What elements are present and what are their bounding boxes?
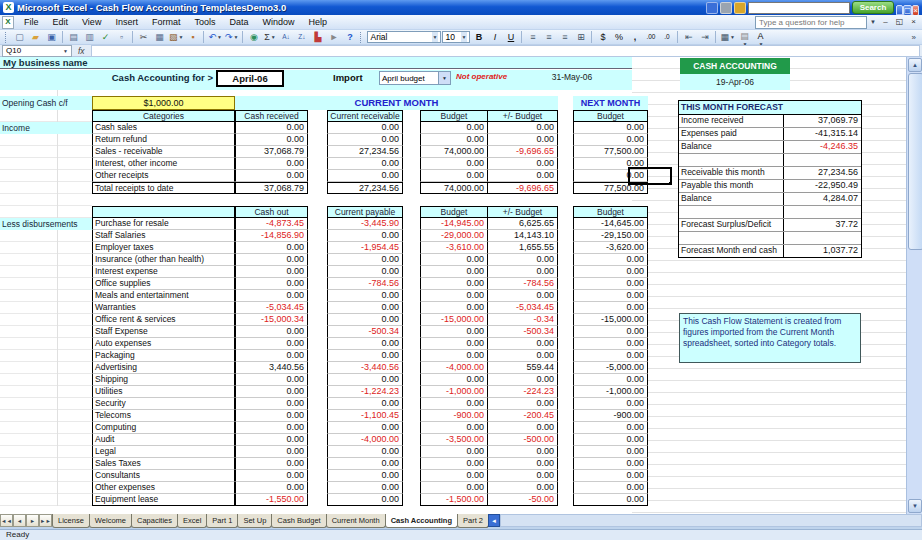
value-cell[interactable]: 0.00 bbox=[488, 158, 558, 170]
forecast-value-cell[interactable]: 27,234.56 bbox=[783, 167, 861, 179]
next-month-value-cell[interactable]: -3,620.00 bbox=[573, 242, 648, 254]
value-cell[interactable]: 0.00 bbox=[420, 170, 488, 182]
paste-icon-caret[interactable]: ▼ bbox=[179, 34, 184, 40]
value-cell[interactable]: -1,224.23 bbox=[327, 386, 403, 398]
value-cell[interactable]: -15,000.00 bbox=[420, 314, 488, 326]
value-cell[interactable]: 0.00 bbox=[235, 242, 308, 254]
value-cell[interactable]: 0.00 bbox=[488, 470, 558, 482]
redo-icon-caret[interactable]: ▼ bbox=[234, 34, 239, 40]
paste-icon[interactable]: ▧▼ bbox=[168, 30, 184, 45]
font-name-combo[interactable]: Arial ▼ bbox=[367, 31, 441, 43]
column-header-4[interactable]: +/- Budget bbox=[488, 206, 558, 218]
value-cell[interactable]: 0.00 bbox=[420, 290, 488, 302]
value-cell[interactable]: 0.00 bbox=[420, 158, 488, 170]
next-month-value-cell[interactable]: 0.00 bbox=[573, 446, 648, 458]
help-question-input[interactable]: Type a question for help bbox=[755, 16, 867, 29]
next-month-value-cell[interactable]: 0.00 bbox=[573, 470, 648, 482]
category-cell[interactable]: Cash sales bbox=[92, 122, 235, 134]
copy-icon[interactable]: ▦ bbox=[152, 30, 167, 45]
value-cell[interactable]: 0.00 bbox=[327, 122, 403, 134]
value-cell[interactable]: 0.00 bbox=[420, 374, 488, 386]
next-month-value-cell[interactable]: 0.00 bbox=[573, 254, 648, 266]
horizontal-scrollbar[interactable] bbox=[500, 514, 922, 527]
next-month-value-cell[interactable]: 0.00 bbox=[573, 302, 648, 314]
font-color-icon[interactable]: A▼ bbox=[753, 29, 768, 45]
titlebar-addin-icon-1[interactable] bbox=[706, 2, 718, 14]
sort-ascending-icon[interactable]: A↓ bbox=[278, 30, 293, 45]
value-cell[interactable]: -3,440.56 bbox=[327, 362, 403, 374]
value-cell[interactable]: 37,068.79 bbox=[235, 146, 308, 158]
next-month-value-cell[interactable]: 0.00 bbox=[573, 134, 648, 146]
sort-descending-icon[interactable]: Z↓ bbox=[294, 30, 309, 45]
print-preview-icon[interactable]: ▥ bbox=[82, 30, 97, 45]
autosum-icon[interactable]: Σ▼ bbox=[262, 30, 277, 45]
next-month-value-cell[interactable]: 0.00 bbox=[573, 338, 648, 350]
align-left-icon[interactable]: ≡ bbox=[525, 30, 540, 45]
value-cell[interactable]: -9,696.65 bbox=[488, 146, 558, 158]
forecast-value-cell[interactable]: 37.72 bbox=[783, 219, 861, 231]
sheet-tab-cash-budget[interactable]: Cash Budget bbox=[271, 514, 326, 528]
workbook-restore-button[interactable]: ◱ bbox=[893, 16, 906, 29]
value-cell[interactable]: -784.56 bbox=[488, 278, 558, 290]
value-cell[interactable]: -900.00 bbox=[420, 410, 488, 422]
value-cell[interactable]: -4,000.00 bbox=[420, 362, 488, 374]
value-cell[interactable]: 0.00 bbox=[420, 350, 488, 362]
menu-file[interactable]: File bbox=[17, 15, 46, 30]
category-cell[interactable]: Advertising bbox=[92, 362, 235, 374]
value-cell[interactable]: 0.00 bbox=[488, 458, 558, 470]
value-cell[interactable]: 0.00 bbox=[420, 326, 488, 338]
value-cell[interactable]: 559.44 bbox=[488, 362, 558, 374]
next-month-value-cell[interactable]: -5,000.00 bbox=[573, 362, 648, 374]
next-month-value-cell[interactable]: 0.00 bbox=[573, 458, 648, 470]
value-cell[interactable]: -29,000.00 bbox=[420, 230, 488, 242]
value-cell[interactable]: 0.00 bbox=[327, 134, 403, 146]
sheet-tab-excel[interactable]: Excel bbox=[177, 514, 207, 528]
value-cell[interactable]: 0.00 bbox=[488, 350, 558, 362]
titlebar-search-input[interactable] bbox=[748, 2, 850, 14]
value-cell[interactable]: 0.00 bbox=[235, 410, 308, 422]
tab-scroll-left-button[interactable]: ◄ bbox=[488, 514, 500, 527]
forecast-value-cell[interactable] bbox=[783, 206, 861, 218]
value-cell[interactable]: -15,000.34 bbox=[235, 314, 308, 326]
value-cell[interactable]: -4,873.45 bbox=[235, 218, 308, 230]
category-cell[interactable]: Utilities bbox=[92, 386, 235, 398]
value-cell[interactable]: 0.00 bbox=[420, 422, 488, 434]
column-header-3[interactable]: Budget bbox=[420, 206, 488, 218]
value-cell[interactable]: 0.00 bbox=[235, 434, 308, 446]
vertical-scrollbar[interactable]: ▲ ▼ bbox=[906, 57, 922, 514]
value-cell[interactable]: 1,655.55 bbox=[488, 242, 558, 254]
value-cell[interactable]: -5,034.45 bbox=[235, 302, 308, 314]
value-cell[interactable]: 0.00 bbox=[420, 458, 488, 470]
category-cell[interactable]: Office supplies bbox=[92, 278, 235, 290]
next-month-value-cell[interactable]: 77,500.00 bbox=[573, 146, 648, 158]
menu-format[interactable]: Format bbox=[145, 15, 188, 30]
value-cell[interactable]: -500.34 bbox=[488, 326, 558, 338]
active-cell[interactable] bbox=[628, 167, 672, 185]
value-cell[interactable]: 0.00 bbox=[420, 482, 488, 494]
value-cell[interactable]: -1,100.45 bbox=[327, 410, 403, 422]
help-caret-icon[interactable]: ▼ bbox=[870, 19, 876, 25]
value-cell[interactable]: 0.00 bbox=[420, 134, 488, 146]
value-cell[interactable]: 0.00 bbox=[327, 482, 403, 494]
value-cell[interactable]: 0.00 bbox=[235, 122, 308, 134]
value-cell[interactable]: 0.00 bbox=[235, 170, 308, 182]
menu-help[interactable]: Help bbox=[301, 15, 334, 30]
insert-function-button[interactable]: fx bbox=[74, 46, 89, 56]
value-cell[interactable]: 0.00 bbox=[420, 278, 488, 290]
value-cell[interactable]: 0.00 bbox=[420, 470, 488, 482]
tab-nav-next[interactable]: ► bbox=[26, 514, 39, 527]
value-cell[interactable]: 0.00 bbox=[235, 134, 308, 146]
value-cell[interactable]: 0.00 bbox=[235, 350, 308, 362]
value-cell[interactable]: 0.00 bbox=[420, 254, 488, 266]
value-cell[interactable]: 0.00 bbox=[327, 314, 403, 326]
value-cell[interactable]: -1,550.00 bbox=[235, 494, 308, 506]
value-cell[interactable]: 0.00 bbox=[488, 338, 558, 350]
value-cell[interactable]: -14,856.90 bbox=[235, 230, 308, 242]
value-cell[interactable]: 0.00 bbox=[235, 338, 308, 350]
value-cell[interactable]: 0.00 bbox=[327, 398, 403, 410]
value-cell[interactable]: 0.00 bbox=[488, 482, 558, 494]
forecast-value-cell[interactable]: 1,037.72 bbox=[783, 245, 861, 257]
underline-button[interactable]: U bbox=[503, 30, 518, 45]
value-cell[interactable]: 0.00 bbox=[235, 386, 308, 398]
value-cell[interactable]: 6,625.65 bbox=[488, 218, 558, 230]
